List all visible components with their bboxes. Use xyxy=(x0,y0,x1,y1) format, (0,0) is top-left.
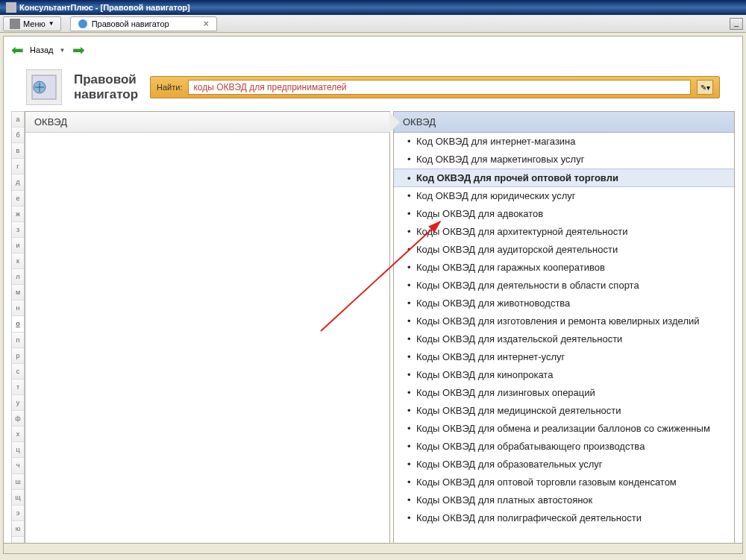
alpha-btn-ц[interactable]: ц xyxy=(12,442,24,458)
search-input[interactable] xyxy=(188,80,691,95)
list-item[interactable]: Коды ОКВЭД для оптовой торговли газовым … xyxy=(394,474,734,491)
list-item[interactable]: Коды ОКВЭД для аудиторской деятельности xyxy=(394,241,734,259)
alpha-btn-о[interactable]: о xyxy=(12,316,24,332)
titlebar: КонсультантПлюс - [Правовой навигатор] xyxy=(0,0,746,15)
search-box: Найти: ✎▾ xyxy=(150,76,720,98)
alpha-btn-б[interactable]: б xyxy=(12,128,24,143)
main-panels: абвгдежзиклмнопрстуфхцчшщэюя ОКВЭД ОКВЭД… xyxy=(11,111,735,553)
search-label: Найти: xyxy=(157,83,182,92)
back-label: Назад xyxy=(30,45,54,54)
list-item[interactable]: Код ОКВЭД для юридических услуг xyxy=(394,187,734,205)
forward-arrow-icon[interactable]: ➡ xyxy=(72,41,85,59)
statusbar xyxy=(4,543,742,553)
list-item[interactable]: Коды ОКВЭД для гаражных кооперативов xyxy=(394,259,734,277)
alpha-btn-д[interactable]: д xyxy=(12,174,24,190)
alpha-btn-л[interactable]: л xyxy=(12,269,24,285)
back-arrow-icon[interactable]: ⬅ xyxy=(11,41,24,59)
alpha-btn-м[interactable]: м xyxy=(12,285,24,301)
back-dropdown-icon[interactable]: ▼ xyxy=(60,47,66,54)
list-item[interactable]: Коды ОКВЭД для медицинской деятельности xyxy=(394,402,734,420)
alpha-btn-у[interactable]: у xyxy=(12,395,24,411)
menubar: Меню ▼ Правовой навигатор × _ xyxy=(0,15,746,33)
alpha-btn-р[interactable]: р xyxy=(12,348,24,364)
alpha-btn-с[interactable]: с xyxy=(12,364,24,380)
content-area: ⬅ Назад ▼ ➡ Правовой навигатор Найти: ✎▾… xyxy=(3,36,743,554)
title-line1: Правовой xyxy=(74,72,138,87)
alpha-btn-щ[interactable]: щ xyxy=(12,490,24,506)
list-item[interactable]: Коды ОКВЭД для обрабатывающего производс… xyxy=(394,438,734,456)
menu-label: Меню xyxy=(23,19,46,28)
section-title: Правовой навигатор xyxy=(74,72,138,103)
chevron-down-icon: ▼ xyxy=(48,20,54,27)
alpha-btn-ж[interactable]: ж xyxy=(12,207,24,222)
tab-label: Правовой навигатор xyxy=(92,19,169,28)
right-panel: ОКВЭД Код ОКВЭД для интернет-магазинаКод… xyxy=(393,111,735,553)
alpha-btn-х[interactable]: х xyxy=(12,427,24,442)
alpha-btn-з[interactable]: з xyxy=(12,222,24,238)
alpha-btn-т[interactable]: т xyxy=(12,380,24,395)
list-item[interactable]: Коды ОКВЭД для издательской деятельности xyxy=(394,330,734,348)
window-title: КонсультантПлюс - [Правовой навигатор] xyxy=(19,3,190,12)
list-item[interactable]: Коды ОКВЭД для животноводства xyxy=(394,295,734,312)
tab-navigator[interactable]: Правовой навигатор × xyxy=(70,16,217,31)
list-item[interactable]: Коды ОКВЭД для кинопроката xyxy=(394,366,734,384)
menu-button[interactable]: Меню ▼ xyxy=(3,16,61,31)
alpha-btn-е[interactable]: е xyxy=(12,191,24,207)
left-panel: ОКВЭД xyxy=(25,111,390,553)
list-item[interactable]: Коды ОКВЭД для деятельности в области сп… xyxy=(394,277,734,295)
search-clear-button[interactable]: ✎▾ xyxy=(697,80,713,95)
alpha-btn-э[interactable]: э xyxy=(12,506,24,521)
alpha-btn-н[interactable]: н xyxy=(12,301,24,316)
list-item[interactable]: Коды ОКВЭД для обмена и реализации балло… xyxy=(394,420,734,438)
list-item[interactable]: Код ОКВЭД для маркетинговых услуг xyxy=(394,151,734,169)
title-line2: навигатор xyxy=(74,87,138,102)
alpha-btn-ф[interactable]: ф xyxy=(12,411,24,427)
alpha-btn-и[interactable]: и xyxy=(12,238,24,254)
list-item[interactable]: Код ОКВЭД для интернет-магазина xyxy=(394,133,734,151)
alpha-btn-ш[interactable]: ш xyxy=(12,474,24,490)
list-item[interactable]: Коды ОКВЭД для изготовления и ремонта юв… xyxy=(394,312,734,330)
list-item[interactable]: Код ОКВЭД для прочей оптовой торговли xyxy=(394,169,734,187)
list-item[interactable]: Коды ОКВЭД для архитектурной деятельност… xyxy=(394,223,734,241)
results-list[interactable]: Код ОКВЭД для интернет-магазинаКод ОКВЭД… xyxy=(394,133,734,553)
alpha-btn-ю[interactable]: ю xyxy=(12,521,24,537)
alpha-index: абвгдежзиклмнопрстуфхцчшщэюя xyxy=(11,111,25,553)
list-item[interactable]: Коды ОКВЭД для образовательных услуг xyxy=(394,456,734,474)
list-item[interactable]: Коды ОКВЭД для полиграфической деятельно… xyxy=(394,509,734,527)
alpha-btn-ч[interactable]: ч xyxy=(12,458,24,474)
app-icon xyxy=(6,2,16,13)
nav-toolbar: ⬅ Назад ▼ ➡ xyxy=(4,37,742,63)
compass-icon xyxy=(78,19,87,28)
alpha-btn-г[interactable]: г xyxy=(12,159,24,174)
search-section: Правовой навигатор Найти: ✎▾ xyxy=(4,63,742,111)
alpha-btn-в[interactable]: в xyxy=(12,143,24,159)
navigator-icon xyxy=(26,69,62,105)
list-item[interactable]: Коды ОКВЭД для интернет-услуг xyxy=(394,348,734,366)
left-panel-header[interactable]: ОКВЭД xyxy=(25,112,389,133)
list-item[interactable]: Коды ОКВЭД для платных автостоянок xyxy=(394,491,734,509)
tab-area: Правовой навигатор × xyxy=(64,16,730,31)
list-item[interactable]: Коды ОКВЭД для лизинговых операций xyxy=(394,384,734,402)
right-panel-header: ОКВЭД xyxy=(394,112,734,133)
menu-icon xyxy=(10,19,20,29)
alpha-btn-а[interactable]: а xyxy=(12,112,24,128)
alpha-btn-к[interactable]: к xyxy=(12,254,24,269)
alpha-btn-п[interactable]: п xyxy=(12,333,24,348)
list-item[interactable]: Коды ОКВЭД для адвокатов xyxy=(394,205,734,223)
close-icon[interactable]: × xyxy=(204,19,209,29)
minimize-button[interactable]: _ xyxy=(730,18,743,30)
window-controls: _ xyxy=(730,18,743,30)
